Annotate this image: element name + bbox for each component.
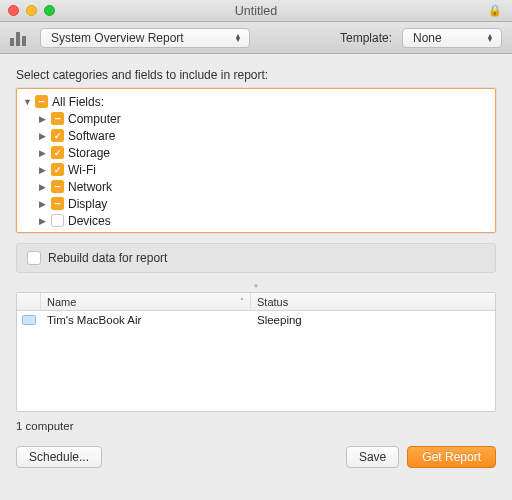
template-value: None [413,31,442,45]
tree-row[interactable]: ▶Computer [17,110,495,127]
sort-indicator-icon: ˄ [240,297,244,306]
checkbox-mixed[interactable] [51,197,64,210]
disclosure-triangle-icon[interactable]: ▶ [39,165,49,175]
get-report-button[interactable]: Get Report [407,446,496,468]
report-type-icon [10,30,30,46]
disclosure-triangle-icon[interactable]: ▶ [39,199,49,209]
table-row[interactable]: Tim's MacBook Air Sleeping [17,311,495,329]
template-label: Template: [340,31,392,45]
rebuild-row: Rebuild data for report [16,243,496,273]
disclosure-triangle-icon[interactable]: ▶ [39,131,49,141]
computer-icon [22,315,36,325]
column-name[interactable]: Name ˄ [41,293,251,310]
cell-name: Tim's MacBook Air [41,314,251,326]
rebuild-checkbox[interactable] [27,251,41,265]
count-label: 1 computer [16,420,496,432]
checkbox-unchecked[interactable] [51,214,64,227]
instruction-label: Select categories and fields to include … [16,68,496,82]
tree-label: Software [68,129,115,143]
fields-outline[interactable]: ▼ All Fields: ▶Computer▶Software▶Storage… [16,88,496,233]
tree-row[interactable]: ▶Network [17,178,495,195]
disclosure-triangle-icon[interactable]: ▶ [39,148,49,158]
tree-row-all-fields[interactable]: ▼ All Fields: [17,93,495,110]
footer: Schedule... Save Get Report [16,446,496,468]
window-title: Untitled [0,4,512,18]
tree-label: Devices [68,214,111,228]
template-popup[interactable]: None ▲▼ [402,28,502,48]
close-window-button[interactable] [8,5,19,16]
tree-label: Storage [68,146,110,160]
tree-row[interactable]: ▶Devices [17,212,495,229]
tree-label: All Fields: [52,95,104,109]
zoom-window-button[interactable] [44,5,55,16]
column-icon[interactable] [17,293,41,310]
tree-label: Display [68,197,107,211]
save-button[interactable]: Save [346,446,399,468]
disclosure-triangle-icon[interactable]: ▶ [39,114,49,124]
rebuild-label: Rebuild data for report [48,251,167,265]
checkbox-mixed[interactable] [51,180,64,193]
tree-label: Computer [68,112,121,126]
disclosure-triangle-icon[interactable]: ▶ [39,182,49,192]
minimize-window-button[interactable] [26,5,37,16]
checkbox-checked[interactable] [51,146,64,159]
toolbar: System Overview Report ▲▼ Template: None… [0,22,512,54]
disclosure-triangle-icon[interactable]: ▶ [39,216,49,226]
table-header: Name ˄ Status [17,293,495,311]
checkbox-mixed[interactable] [35,95,48,108]
split-handle-icon[interactable]: ● [16,281,496,291]
tree-label: Network [68,180,112,194]
checkbox-mixed[interactable] [51,112,64,125]
tree-row[interactable]: ▶Software [17,127,495,144]
popup-arrows-icon: ▲▼ [485,34,495,42]
report-type-value: System Overview Report [51,31,184,45]
tree-label: Wi-Fi [68,163,96,177]
column-status[interactable]: Status [251,293,495,310]
computers-table: Name ˄ Status Tim's MacBook Air Sleeping [16,292,496,412]
disclosure-triangle-icon[interactable]: ▼ [23,97,33,107]
popup-arrows-icon: ▲▼ [233,34,243,42]
titlebar: Untitled 🔒 [0,0,512,22]
lock-icon[interactable]: 🔒 [488,4,502,17]
tree-row[interactable]: ▶Storage [17,144,495,161]
cell-status: Sleeping [251,314,495,326]
tree-row[interactable]: ▶Wi-Fi [17,161,495,178]
checkbox-checked[interactable] [51,163,64,176]
traffic-lights [8,5,55,16]
tree-row[interactable]: ▶Display [17,195,495,212]
report-type-popup[interactable]: System Overview Report ▲▼ [40,28,250,48]
schedule-button[interactable]: Schedule... [16,446,102,468]
checkbox-checked[interactable] [51,129,64,142]
